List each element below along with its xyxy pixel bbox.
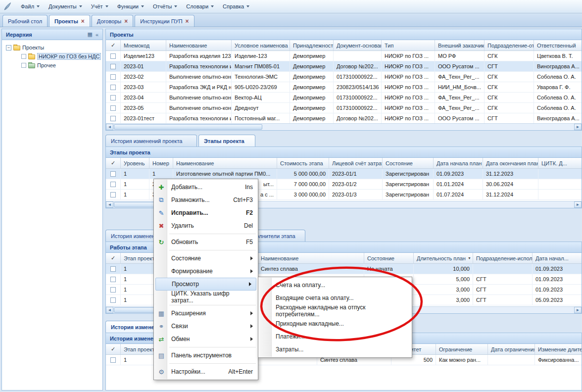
scroll-left-icon[interactable]: ◄: [106, 124, 113, 130]
checkbox[interactable]: [110, 116, 116, 121]
menubar-item[interactable]: Учёт: [87, 0, 113, 13]
menu-item[interactable]: ⚙Настройки...Alt+Enter: [154, 365, 257, 378]
checkbox[interactable]: [110, 277, 116, 282]
close-icon[interactable]: ×: [81, 18, 85, 24]
table-row[interactable]: 2023-01Разработка технологии и...Магнит …: [106, 61, 582, 72]
checkbox[interactable]: [110, 266, 116, 272]
row-checkbox-cell[interactable]: [106, 274, 121, 284]
scroll-left-icon[interactable]: ◄: [106, 201, 113, 208]
column-header[interactable]: Состояние: [364, 253, 414, 263]
table-row[interactable]: 2023-02Выполнение опытно-конс...Технолог…: [106, 72, 582, 82]
menu-item[interactable]: ▤Панель инструментов: [154, 349, 257, 362]
menubar-item[interactable]: Справка: [219, 0, 254, 13]
column-header[interactable]: Наименование: [173, 158, 277, 168]
row-checkbox-cell[interactable]: [106, 190, 121, 199]
menu-item[interactable]: Просмотр: [155, 278, 256, 291]
menu-item[interactable]: ▦Расширения: [154, 307, 257, 320]
column-header[interactable]: Наименование: [258, 253, 364, 263]
tab[interactable]: Рабочий стол: [2, 15, 48, 27]
menu-item[interactable]: Платежи...: [259, 330, 411, 343]
menu-item[interactable]: ⧉Размножить...Ctrl+F3: [154, 194, 257, 206]
tab[interactable]: Инструкции ПУП×: [135, 15, 194, 27]
checkbox[interactable]: [110, 95, 116, 100]
column-header[interactable]: ЦИТК. Д...: [538, 158, 582, 168]
row-checkbox-cell[interactable]: [106, 264, 121, 274]
menubar-item[interactable]: Словари: [182, 0, 219, 13]
select-all-column-header[interactable]: ✓: [106, 253, 121, 263]
menubar-item[interactable]: Документы: [45, 0, 87, 13]
menubar-item[interactable]: Отчёты: [149, 0, 182, 13]
column-header[interactable]: Стоимость этапа: [277, 158, 329, 168]
menu-item[interactable]: Состояние: [154, 252, 257, 265]
checkbox[interactable]: [110, 64, 116, 69]
checkbox[interactable]: [110, 53, 116, 59]
column-header[interactable]: Состояние: [383, 158, 434, 168]
menu-item[interactable]: Формирование: [154, 265, 257, 278]
column-header[interactable]: Документ-основан: [334, 40, 382, 50]
column-header[interactable]: Длительность план▼: [414, 253, 473, 263]
menu-item[interactable]: ⇄Обмен: [154, 333, 257, 345]
column-header[interactable]: Ответственный: [534, 40, 582, 50]
tree-item[interactable]: −Проекты: [2, 43, 102, 52]
table-row[interactable]: 2023-01тестРазработка технологии и...Пос…: [106, 113, 582, 124]
column-header[interactable]: Дата начал...: [533, 253, 582, 263]
tab[interactable]: Этапы проекта: [198, 135, 255, 147]
tree-collapse-icon[interactable]: −: [6, 45, 11, 50]
tab[interactable]: История изменений проекта: [105, 135, 197, 147]
column-header[interactable]: Лицевой счёт затрат.: [329, 158, 383, 168]
menu-item[interactable]: Расходные накладные на отпуск потребител…: [259, 304, 411, 317]
table-row[interactable]: Изделие123Разработка изделия 123Изделие-…: [106, 51, 582, 61]
tree-item[interactable]: НИОКР по ГОЗ без НДС: [2, 52, 102, 61]
checkbox[interactable]: [110, 297, 116, 303]
column-header[interactable]: Принадлежность: [290, 40, 334, 50]
row-checkbox-cell[interactable]: [106, 285, 121, 294]
select-all-column-header[interactable]: ✓: [106, 40, 121, 50]
table-row[interactable]: 2023-03Разработка ЭКД и РКД н...905-U020…: [106, 82, 582, 93]
row-checkbox-cell[interactable]: [106, 355, 121, 365]
menu-item[interactable]: Счета на оплату...: [259, 279, 411, 292]
table-row[interactable]: 11Изготовление опытной партии ПМ0...5 00…: [106, 169, 582, 179]
select-all-column-header[interactable]: ✓: [106, 344, 121, 354]
checkbox[interactable]: [110, 182, 116, 187]
scroll-left-icon[interactable]: ◄: [106, 307, 113, 313]
menu-item[interactable]: ✎Исправить...F2: [154, 206, 257, 219]
table-row[interactable]: 2023-05Выполнение опытно-конс...Дредноут…: [106, 103, 582, 113]
checkbox[interactable]: [110, 105, 116, 111]
select-all-column-header[interactable]: ✓: [106, 158, 121, 168]
menu-item[interactable]: Затраты...: [259, 343, 411, 356]
checkbox[interactable]: [21, 54, 26, 59]
scroll-right-icon[interactable]: ►: [574, 124, 582, 130]
close-icon[interactable]: ×: [124, 18, 128, 24]
tab[interactable]: Договоры×: [92, 15, 133, 27]
row-checkbox-cell[interactable]: [106, 51, 121, 61]
column-header[interactable]: Подразделение-исполнитель..: [473, 253, 533, 263]
column-header[interactable]: Внешний заказчик: [435, 40, 485, 50]
column-header[interactable]: Дата окончания план: [483, 158, 538, 168]
row-checkbox-cell[interactable]: [106, 103, 121, 113]
column-header[interactable]: Тип: [382, 40, 435, 50]
menubar-item[interactable]: Файл: [17, 0, 45, 13]
column-header[interactable]: Номер: [149, 158, 173, 168]
checkbox[interactable]: [110, 85, 116, 90]
projects-hscrollbar[interactable]: ◄ ►: [106, 123, 582, 130]
checkbox[interactable]: [110, 357, 116, 363]
scroll-right-icon[interactable]: ►: [574, 201, 582, 208]
menu-item[interactable]: ⚭Связи: [154, 320, 257, 333]
row-checkbox-cell[interactable]: [106, 93, 121, 102]
checkbox[interactable]: [110, 287, 116, 293]
row-checkbox-cell[interactable]: [106, 295, 121, 305]
menubar-item[interactable]: Функции: [113, 0, 149, 13]
column-header[interactable]: Дата начала план: [434, 158, 483, 168]
tab[interactable]: Проекты×: [49, 15, 90, 27]
hscrollbar-thumb[interactable]: [114, 124, 262, 130]
column-header[interactable]: Условное наименова: [232, 40, 290, 50]
column-header[interactable]: Подразделение-от: [485, 40, 534, 50]
checkbox[interactable]: [110, 74, 116, 80]
menu-item[interactable]: Входящие счета на оплату...: [259, 292, 411, 304]
menu-item[interactable]: Приходные накладные...: [259, 317, 411, 330]
menu-item[interactable]: ✖УдалитьDel: [154, 219, 257, 232]
menu-item[interactable]: ✚Добавить...Ins: [154, 181, 257, 194]
column-header[interactable]: Мнемокод: [121, 40, 166, 50]
table-row[interactable]: 2023-04Выполнение опытно-конс...Вектор-А…: [106, 93, 582, 103]
column-header[interactable]: Наименование: [166, 40, 232, 50]
